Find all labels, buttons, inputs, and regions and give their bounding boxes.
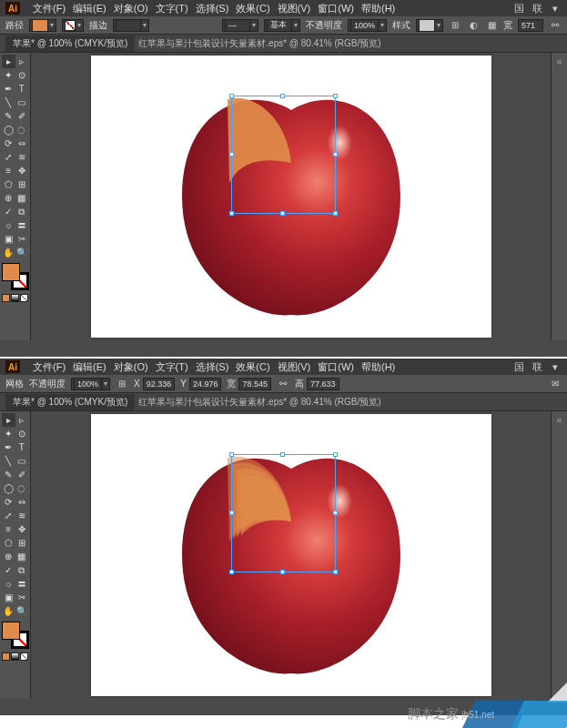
dropdown-icon[interactable]: ▾ bbox=[549, 2, 562, 15]
fill-swatch[interactable]: ▾ bbox=[29, 19, 56, 32]
stroke-swatch[interactable]: ▾ bbox=[62, 19, 84, 32]
free-transform-tool[interactable]: ✥ bbox=[15, 522, 29, 536]
brush-dropdown[interactable]: 基本▾ bbox=[264, 19, 300, 32]
width-tool[interactable]: ≡ bbox=[2, 522, 15, 536]
menu-view[interactable]: 视图(V) bbox=[278, 2, 311, 15]
fill-stroke-control[interactable] bbox=[2, 263, 29, 290]
rotate-tool[interactable]: ⟳ bbox=[2, 495, 15, 509]
hand-tool[interactable]: ✋ bbox=[2, 246, 15, 259]
artboard[interactable] bbox=[91, 56, 491, 338]
type-tool[interactable]: T bbox=[15, 440, 29, 454]
scale-tool[interactable]: ⤢ bbox=[2, 509, 15, 522]
slice-tool[interactable]: ✂ bbox=[15, 232, 29, 246]
style-dropdown[interactable]: ▾ bbox=[416, 19, 443, 32]
magic-wand-tool[interactable]: ✦ bbox=[2, 427, 15, 440]
menu-file[interactable]: 文件(F) bbox=[33, 360, 66, 374]
magic-wand-tool[interactable]: ✦ bbox=[2, 68, 15, 82]
x-value[interactable]: 92.336 bbox=[143, 378, 176, 390]
line-tool[interactable]: ╲ bbox=[2, 454, 15, 468]
menu-help[interactable]: 帮助(H) bbox=[361, 360, 395, 374]
collapse-icon[interactable]: « bbox=[557, 415, 562, 425]
direct-selection-tool[interactable]: ▹ bbox=[15, 55, 29, 68]
fill-color-icon[interactable] bbox=[2, 622, 20, 640]
graph-tool[interactable]: 〓 bbox=[15, 577, 29, 591]
selection-bounding-box[interactable] bbox=[231, 454, 336, 572]
scale-tool[interactable]: ⤢ bbox=[2, 150, 15, 164]
pencil-tool[interactable]: ✐ bbox=[15, 468, 29, 481]
menu-type[interactable]: 文字(T) bbox=[156, 360, 188, 374]
menu-edit[interactable]: 编辑(E) bbox=[73, 360, 106, 374]
menu-select[interactable]: 选择(S) bbox=[196, 2, 229, 15]
menu-view[interactable]: 视图(V) bbox=[278, 360, 311, 374]
eraser-tool[interactable]: ◌ bbox=[15, 123, 29, 136]
link-wh-icon[interactable]: ⚯ bbox=[277, 378, 289, 390]
gradient-tool[interactable]: ▦ bbox=[15, 550, 29, 563]
warp-tool[interactable]: ≋ bbox=[15, 509, 29, 522]
symbol-sprayer-tool[interactable]: ☼ bbox=[2, 577, 15, 591]
stroke-weight[interactable]: ▾ bbox=[113, 19, 149, 32]
eraser-tool[interactable]: ◌ bbox=[15, 481, 29, 495]
arrange-icon[interactable]: 联 bbox=[531, 2, 543, 15]
warp-tool[interactable]: ≋ bbox=[15, 150, 29, 164]
pen-tool[interactable]: ✒ bbox=[2, 82, 15, 96]
layout-icon[interactable]: 国 bbox=[512, 2, 525, 15]
blob-brush-tool[interactable]: ◯ bbox=[2, 123, 15, 136]
canvas-area[interactable] bbox=[31, 411, 551, 699]
selection-bounding-box[interactable] bbox=[231, 96, 336, 214]
opacity-input[interactable]: 100%▾ bbox=[348, 19, 387, 32]
collapse-icon[interactable]: « bbox=[557, 56, 562, 66]
blob-brush-tool[interactable]: ◯ bbox=[2, 481, 15, 495]
symbol-sprayer-tool[interactable]: ☼ bbox=[2, 218, 15, 232]
menu-edit[interactable]: 编辑(E) bbox=[73, 2, 106, 15]
menu-window[interactable]: 窗口(W) bbox=[318, 2, 354, 15]
slice-tool[interactable]: ✂ bbox=[15, 591, 29, 604]
envelope-icon[interactable]: ✉ bbox=[549, 378, 562, 390]
hand-tool[interactable]: ✋ bbox=[2, 604, 15, 618]
reflect-tool[interactable]: ⇔ bbox=[15, 136, 29, 150]
lasso-tool[interactable]: ⊙ bbox=[15, 68, 29, 82]
document-tab-2[interactable]: 红苹果与果汁包装设计矢量素材.eps* @ 80.41% (RGB/预览) bbox=[138, 37, 380, 50]
selection-tool[interactable]: ▸ bbox=[2, 413, 15, 427]
width-value[interactable]: 571 bbox=[518, 19, 543, 32]
color-mode-icons[interactable] bbox=[2, 294, 29, 302]
document-tab-1[interactable]: 苹果* @ 100% (CMYK/预览) bbox=[5, 394, 135, 410]
menu-type[interactable]: 文字(T) bbox=[156, 2, 188, 15]
w-value[interactable]: 78.545 bbox=[238, 378, 271, 390]
color-mode-icons[interactable] bbox=[2, 652, 29, 661]
artboard-tool[interactable]: ▣ bbox=[2, 591, 15, 604]
line-tool[interactable]: ╲ bbox=[2, 96, 15, 109]
document-tab-2[interactable]: 红苹果与果汁包装设计矢量素材.eps* @ 80.41% (RGB/预览) bbox=[138, 396, 380, 409]
mesh-tool[interactable]: ⊕ bbox=[2, 191, 15, 205]
free-transform-tool[interactable]: ✥ bbox=[15, 164, 29, 177]
y-value[interactable]: 24.976 bbox=[189, 378, 222, 390]
paintbrush-tool[interactable]: ✎ bbox=[2, 468, 15, 481]
fill-color-icon[interactable] bbox=[2, 263, 20, 281]
menu-object[interactable]: 对象(O) bbox=[114, 360, 148, 374]
canvas-area[interactable] bbox=[31, 53, 551, 340]
menu-effect[interactable]: 效果(C) bbox=[236, 360, 269, 374]
zoom-tool[interactable]: 🔍 bbox=[15, 604, 29, 618]
artboard-tool[interactable]: ▣ bbox=[2, 232, 15, 246]
transform-icon[interactable]: ▦ bbox=[485, 19, 498, 32]
align-icon[interactable]: ⊞ bbox=[449, 19, 461, 32]
anchor-icon[interactable]: ⊞ bbox=[116, 378, 128, 390]
pencil-tool[interactable]: ✐ bbox=[15, 109, 29, 123]
menu-object[interactable]: 对象(O) bbox=[114, 2, 148, 15]
perspective-tool[interactable]: ⊞ bbox=[15, 177, 29, 191]
mesh-tool[interactable]: ⊕ bbox=[2, 550, 15, 563]
fill-stroke-control[interactable] bbox=[2, 622, 29, 649]
h-value[interactable]: 77.633 bbox=[307, 378, 339, 390]
arrange-icon[interactable]: 联 bbox=[531, 360, 543, 373]
rotate-tool[interactable]: ⟳ bbox=[2, 136, 15, 150]
pen-tool[interactable]: ✒ bbox=[2, 440, 15, 454]
blend-tool[interactable]: ⧉ bbox=[15, 205, 29, 218]
gradient-tool[interactable]: ▦ bbox=[15, 191, 29, 205]
shape-mode-icon[interactable]: ◐ bbox=[467, 19, 480, 32]
rectangle-tool[interactable]: ▭ bbox=[15, 454, 29, 468]
menu-select[interactable]: 选择(S) bbox=[196, 360, 229, 374]
width-tool[interactable]: ≡ bbox=[2, 164, 15, 177]
reflect-tool[interactable]: ⇔ bbox=[15, 495, 29, 509]
zoom-tool[interactable]: 🔍 bbox=[15, 246, 29, 259]
link-icon[interactable]: ⚯ bbox=[549, 19, 562, 32]
shape-builder-tool[interactable]: ⬠ bbox=[2, 177, 15, 191]
